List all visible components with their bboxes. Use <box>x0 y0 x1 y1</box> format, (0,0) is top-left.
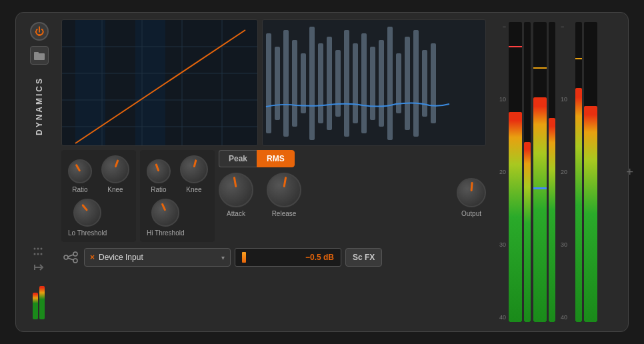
meter-scale-20-right: 20 <box>561 169 570 175</box>
lo-knee-knob[interactable] <box>101 155 129 183</box>
device-input-arrow-icon: ▾ <box>221 254 225 261</box>
hi-knob-row: Ratio Knee <box>147 155 208 193</box>
svg-point-7 <box>41 253 43 255</box>
plugin-label: DYNAMICS <box>35 77 44 135</box>
meter-scale-40-left: 40 <box>491 314 506 321</box>
svg-rect-27 <box>335 50 341 117</box>
db-value: −0.5 dB <box>251 253 334 262</box>
top-row <box>61 19 486 146</box>
hi-threshold-label: Hi Threshold <box>147 229 185 237</box>
lo-knee-group: Knee <box>101 155 129 193</box>
hi-threshold-group: Hi Threshold <box>147 199 185 237</box>
svg-point-3 <box>37 248 39 250</box>
release-knob[interactable] <box>267 173 301 207</box>
hi-knee-knob[interactable] <box>180 155 208 183</box>
meter-peak-line-2 <box>533 67 547 69</box>
svg-point-6 <box>37 253 39 255</box>
svg-point-4 <box>41 248 43 250</box>
svg-rect-35 <box>405 37 410 130</box>
plugin-container: ⏻ DYNAMICS <box>15 12 629 332</box>
lo-ratio-knob[interactable] <box>68 159 92 183</box>
svg-rect-33 <box>387 27 393 140</box>
hi-ratio-group: Ratio <box>147 159 171 193</box>
svg-rect-36 <box>413 30 419 137</box>
controls-row: Ratio Knee Lo Threshold <box>61 150 486 242</box>
hi-compressor-group: Ratio Knee Hi Threshold <box>140 150 215 242</box>
svg-point-40 <box>73 252 77 256</box>
svg-point-5 <box>34 253 36 255</box>
device-input-select[interactable]: × Device Input ▾ <box>84 248 231 267</box>
svg-rect-23 <box>301 53 306 113</box>
lo-threshold-label: Lo Threshold <box>68 229 107 237</box>
meter-bar-3 <box>533 97 547 323</box>
lo-knee-label: Knee <box>107 186 123 193</box>
attack-release-row: Attack Release <box>219 173 301 217</box>
routing-icon[interactable] <box>61 248 80 267</box>
svg-rect-22 <box>292 40 297 127</box>
meter-scale-40-right: 40 <box>561 314 570 321</box>
svg-rect-28 <box>344 30 349 137</box>
peak-mode-button[interactable]: Peak <box>219 150 257 167</box>
meter-scale-10-left: 10 <box>491 96 506 103</box>
attack-knob[interactable] <box>219 173 253 207</box>
output-group: Output <box>457 178 486 217</box>
folder-button[interactable] <box>30 46 49 65</box>
svg-line-42 <box>68 255 73 257</box>
lo-knob-row: Ratio Knee <box>68 155 129 193</box>
db-progress-bar <box>242 252 246 263</box>
rms-mode-button[interactable]: RMS <box>257 150 295 167</box>
svg-point-41 <box>73 259 77 263</box>
meter-bar-4 <box>549 118 555 322</box>
meter-bar-6 <box>584 106 597 322</box>
svg-rect-38 <box>431 43 436 123</box>
hi-threshold-row: Hi Threshold <box>147 199 208 237</box>
device-input-x: × <box>90 253 95 262</box>
svg-rect-31 <box>370 47 375 120</box>
power-button[interactable]: ⏻ <box>30 22 49 41</box>
svg-point-2 <box>34 248 36 250</box>
release-label: Release <box>272 210 297 217</box>
attack-group: Attack <box>219 173 253 217</box>
lo-threshold-knob[interactable] <box>73 199 101 227</box>
left-sidebar: ⏻ DYNAMICS <box>23 19 56 325</box>
release-group: Release <box>267 173 301 217</box>
lo-compressor-group: Ratio Knee Lo Threshold <box>61 150 136 242</box>
svg-rect-32 <box>379 40 384 127</box>
meter-peak-line-3 <box>575 58 582 59</box>
output-knob[interactable] <box>457 178 486 207</box>
main-content: Ratio Knee Lo Threshold <box>61 19 486 325</box>
svg-line-43 <box>68 258 73 260</box>
device-input-label: Device Input <box>99 253 217 262</box>
svg-rect-19 <box>266 33 271 133</box>
hi-ratio-knob[interactable] <box>147 159 171 183</box>
hi-threshold-knob[interactable] <box>151 199 179 227</box>
meter-bar-1 <box>509 112 522 322</box>
dots-icon[interactable] <box>33 247 45 257</box>
lo-ratio-label: Ratio <box>72 186 87 193</box>
meter-scale-30-right: 30 <box>561 241 570 248</box>
meter-scale-top-left: − <box>491 23 506 30</box>
meter-bar-5 <box>575 88 582 322</box>
hi-ratio-label: Ratio <box>151 186 166 193</box>
meter-scale-30-left: 30 <box>491 241 506 248</box>
svg-rect-37 <box>422 50 427 117</box>
waveform-display <box>262 19 486 146</box>
attack-label: Attack <box>227 210 245 217</box>
route-arrow-icon[interactable] <box>33 263 45 274</box>
meter-gr-marker <box>533 187 547 189</box>
mini-meter-left <box>33 279 46 319</box>
right-controls: Peak RMS Attack <box>219 150 486 217</box>
lo-ratio-group: Ratio <box>68 159 92 193</box>
svg-rect-0 <box>34 53 45 60</box>
svg-rect-30 <box>361 33 367 133</box>
meter-bar-2 <box>524 142 531 322</box>
meter-peak-line-1 <box>509 46 522 47</box>
add-right-button[interactable]: + <box>626 165 633 179</box>
sc-fx-button[interactable]: Sc FX <box>345 248 382 267</box>
meter-scale-10-right: 10 <box>561 96 570 103</box>
output-label: Output <box>461 210 481 217</box>
svg-point-39 <box>64 255 68 259</box>
mode-row: Peak RMS <box>219 150 486 167</box>
svg-rect-1 <box>34 52 39 54</box>
meter-scale-20-left: 20 <box>491 169 506 175</box>
